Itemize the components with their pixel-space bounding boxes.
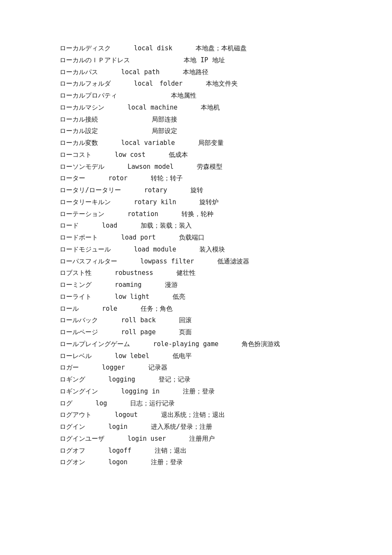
english-term: roll back: [121, 316, 156, 324]
chinese-term: 本地 IP 地址: [184, 56, 225, 64]
english-term: login: [108, 423, 127, 431]
list-item: ロギング logging 登记；记录: [60, 374, 332, 386]
chinese-term: 登记；记录: [159, 376, 190, 383]
english-term: rotary kiln: [134, 198, 176, 206]
list-item: ロードポート load port 负载端口: [60, 232, 332, 244]
japanese-term: ログアウト: [60, 411, 92, 419]
japanese-term: ローソンモデル: [60, 163, 104, 171]
list-item: ログアウト logout 退出系统；注销；退出: [60, 409, 332, 421]
english-term: role: [102, 305, 117, 312]
japanese-term: ローライト: [60, 293, 92, 301]
japanese-term: ロータリーキルン: [60, 198, 111, 206]
chinese-term: 局部变量: [198, 139, 224, 147]
english-term: load port: [121, 234, 156, 241]
japanese-term: ローレベル: [60, 352, 92, 360]
chinese-term: 转轮；转子: [151, 174, 183, 182]
list-item: ロールバック roll back 回滚: [60, 315, 332, 327]
japanese-term: ログ: [60, 399, 72, 407]
chinese-term: 进入系统/登录；注册: [151, 423, 212, 431]
english-term: log: [95, 399, 107, 407]
list-item: ローター rotor 转轮；转子: [60, 173, 332, 185]
japanese-term: ロード: [60, 222, 79, 229]
chinese-term: 局部连接: [152, 116, 177, 123]
japanese-term: ロブスト性: [60, 269, 92, 277]
list-item: ロード load 加载；装载；装入: [60, 220, 332, 232]
japanese-term: ローカル接続: [60, 116, 98, 123]
chinese-term: 本地文件夹: [206, 80, 238, 87]
english-term: rotation: [127, 210, 158, 218]
english-term: local variable: [121, 139, 175, 147]
chinese-term: 退出系统；注销；退出: [161, 411, 225, 419]
english-term: logoff: [108, 447, 131, 454]
list-item: ローライト low light 低亮: [60, 291, 332, 303]
english-term: low lebel: [115, 352, 149, 360]
chinese-term: 本地属性: [171, 92, 196, 99]
list-item: ローカルディスク local disk 本地盘；本机磁盘: [60, 43, 332, 55]
list-item: ローコスト low cost 低成本: [60, 149, 332, 161]
chinese-term: 页面: [179, 328, 192, 336]
japanese-term: ローカルディスク: [60, 44, 111, 52]
japanese-term: ローカルパス: [60, 68, 98, 76]
chinese-term: 任务；角色: [141, 305, 173, 312]
japanese-term: ローカルのＩＰアドレス: [60, 56, 130, 64]
japanese-term: ロガー: [60, 364, 79, 371]
english-term: logging in: [121, 387, 159, 395]
list-item: ローカル設定 局部设定: [60, 125, 332, 137]
english-term: logon: [108, 458, 127, 466]
list-item: ロールプレイングゲーム role-playing game 角色扮演游戏: [60, 338, 332, 350]
japanese-term: ローカル変数: [60, 139, 98, 147]
japanese-term: ローカルフォルダ: [60, 80, 111, 87]
list-item: ロギングイン logging in 注册；登录: [60, 386, 332, 398]
chinese-term: 加载；装载；装入: [141, 222, 192, 229]
chinese-term: 漫游: [165, 281, 178, 289]
list-item: ローカルプロパティ 本地属性: [60, 90, 332, 102]
japanese-term: ロギング: [60, 376, 85, 383]
chinese-term: 注销；退出: [155, 447, 187, 454]
list-item: ログイン login 进入系统/登录；注册: [60, 421, 332, 433]
japanese-term: ローカルマシン: [60, 104, 104, 111]
english-term: role-playing game: [153, 340, 219, 348]
chinese-term: 注册；登录: [151, 458, 183, 466]
list-item: ローパスフィルター lowpass filter 低通滤波器: [60, 256, 332, 268]
list-item: ローカルパス local path 本地路径: [60, 66, 332, 78]
chinese-term: 劳森模型: [197, 163, 222, 171]
english-term: robustness: [115, 269, 153, 277]
list-item: ローテーション rotation 转换，轮种: [60, 208, 332, 220]
english-term: Lawson model: [127, 163, 173, 171]
list-item: ローカル接続 局部连接: [60, 114, 332, 126]
list-item: ログインユーザ login user 注册用户: [60, 433, 332, 445]
chinese-term: 本地路径: [183, 68, 208, 76]
english-term: load: [102, 222, 117, 229]
list-item: ローレベル low lebel 低电平: [60, 350, 332, 362]
chinese-term: 旋转炉: [199, 198, 219, 206]
japanese-term: ロードポート: [60, 234, 98, 241]
english-term: logout: [115, 411, 138, 419]
japanese-term: ロータリ/ロータリー: [60, 186, 121, 194]
list-item: ローカルマシン local machine 本地机: [60, 102, 332, 114]
japanese-term: ロールバック: [60, 316, 98, 324]
japanese-term: ローカルプロパティ: [60, 92, 117, 99]
japanese-term: ログオフ: [60, 447, 85, 454]
chinese-term: 低电平: [173, 352, 192, 360]
chinese-term: 局部设定: [152, 127, 177, 135]
japanese-term: ロールプレイングゲーム: [60, 340, 130, 348]
english-term: low light: [115, 293, 149, 301]
chinese-term: 本地盘；本机磁盘: [196, 44, 247, 52]
japanese-term: ロールページ: [60, 328, 98, 336]
chinese-term: 转换，轮种: [182, 210, 213, 218]
list-item: ロガー logger 记录器: [60, 362, 332, 374]
chinese-term: 记录器: [148, 364, 167, 371]
chinese-term: 本地机: [201, 104, 220, 111]
list-item: ローカルのＩＰアドレス 本地 IP 地址: [60, 55, 332, 66]
list-item: ログオン logon 注册；登录: [60, 457, 332, 468]
english-term: roll page: [121, 328, 156, 336]
chinese-term: 注册用户: [189, 435, 215, 442]
japanese-term: ローカル設定: [60, 127, 98, 135]
japanese-term: ログイン: [60, 423, 85, 431]
english-term: logger: [102, 364, 125, 371]
english-term: local disk: [134, 44, 172, 52]
chinese-term: 低成本: [169, 151, 188, 159]
japanese-term: ローテーション: [60, 210, 104, 218]
japanese-term: ロール: [60, 305, 79, 312]
list-item: ロブスト性 robustness 健壮性: [60, 267, 332, 279]
